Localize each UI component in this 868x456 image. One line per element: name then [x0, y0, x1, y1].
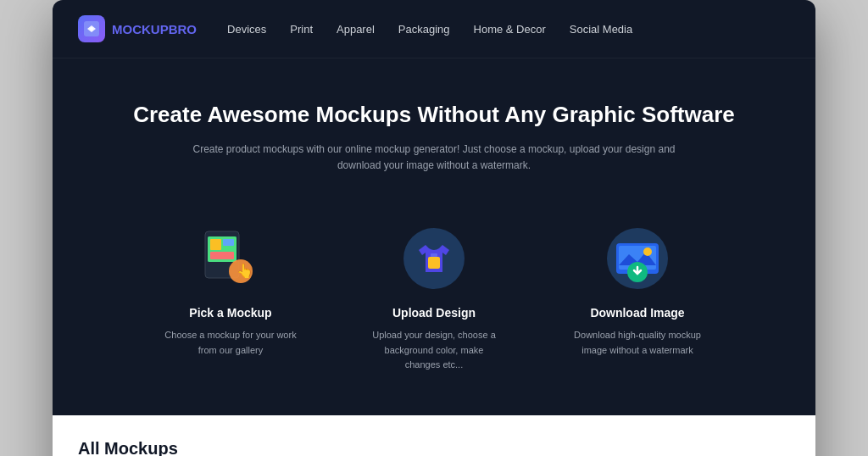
hero-subtitle: Create product mockups with our online m… [171, 142, 697, 174]
all-mockups-title: All Mockups [78, 439, 790, 456]
pick-icon-wrap: 👆 [197, 225, 264, 292]
browser-window: MOCKUPBRO Devices Print Apparel Packagin… [53, 0, 815, 456]
nav-item-home-decor[interactable]: Home & Decor [474, 21, 546, 36]
step-download: Download Image Download high-quality moc… [570, 225, 705, 358]
step-upload-title: Upload Design [392, 306, 476, 320]
nav-link-packaging[interactable]: Packaging [398, 23, 450, 36]
nav-item-print[interactable]: Print [290, 21, 313, 36]
svg-rect-11 [428, 257, 440, 269]
nav-link-home-decor[interactable]: Home & Decor [474, 23, 546, 36]
nav-link-social-media[interactable]: Social Media [570, 23, 632, 36]
hero-title: Create Awesome Mockups Without Any Graph… [78, 101, 790, 130]
step-upload-desc: Upload your design, choose a background … [366, 328, 502, 373]
step-pick-desc: Choose a mockup for your work from our g… [163, 328, 298, 358]
nav-item-social-media[interactable]: Social Media [570, 21, 632, 36]
nav-item-packaging[interactable]: Packaging [398, 21, 450, 36]
hero-section: MOCKUPBRO Devices Print Apparel Packagin… [53, 0, 815, 415]
logo-part2: BRO [169, 22, 197, 36]
nav-link-print[interactable]: Print [290, 23, 313, 36]
step-download-desc: Download high-quality mockup image witho… [570, 328, 705, 358]
svg-rect-5 [210, 239, 221, 250]
navbar: MOCKUPBRO Devices Print Apparel Packagin… [53, 0, 815, 58]
steps-row: 👆 Pick a Mockup Choose a mockup for your… [53, 191, 815, 415]
step-pick: 👆 Pick a Mockup Choose a mockup for your… [163, 225, 298, 358]
logo-icon[interactable] [78, 15, 105, 42]
logo-text[interactable]: MOCKUPBRO [112, 22, 197, 36]
nav-link-apparel[interactable]: Apparel [337, 23, 375, 36]
nav-item-devices[interactable]: Devices [227, 21, 266, 36]
upload-icon-wrap [400, 225, 468, 292]
download-icon-wrap [604, 225, 671, 292]
hero-content: Create Awesome Mockups Without Any Graph… [53, 58, 815, 191]
step-download-title: Download Image [590, 306, 684, 320]
logo-part1: MOCKUP [112, 22, 169, 36]
svg-point-16 [643, 247, 652, 256]
nav-link-devices[interactable]: Devices [227, 23, 266, 36]
svg-point-1 [90, 27, 93, 31]
nav-item-apparel[interactable]: Apparel [337, 21, 375, 36]
svg-text:👆: 👆 [236, 263, 253, 279]
step-pick-title: Pick a Mockup [189, 306, 271, 320]
svg-rect-6 [223, 239, 234, 246]
svg-rect-7 [210, 252, 234, 259]
nav-links: Devices Print Apparel Packaging Home & D… [227, 21, 632, 36]
step-upload: Upload Design Upload your design, choose… [366, 225, 502, 373]
svg-rect-12 [431, 253, 437, 257]
white-section: All Mockups [53, 415, 815, 456]
